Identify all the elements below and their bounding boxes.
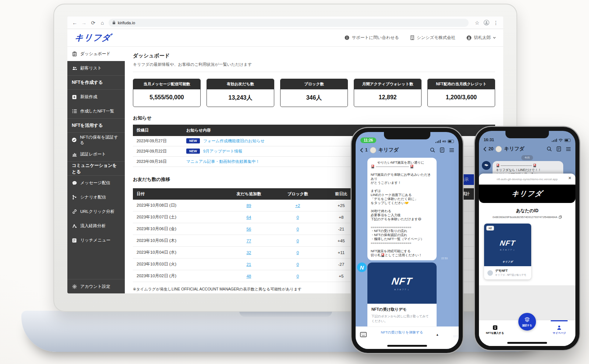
blocks-link[interactable]: 0 bbox=[297, 250, 299, 255]
chevron-left-icon[interactable] bbox=[483, 147, 486, 151]
in-app-browser-sheet: nft-auth-git-develop-synschismo-inc.verc… bbox=[479, 174, 575, 346]
people-icon bbox=[72, 66, 77, 70]
user-menu[interactable]: 切札太郎 bbox=[466, 35, 496, 40]
sidebar-item-new-create[interactable]: 新規作成 bbox=[67, 90, 125, 104]
phone-line-chat: 11:26 4G 1 キリフダ やりたいNFT施策を思い通りに 🎴 ------… bbox=[352, 128, 463, 353]
sidebar-item-url-click[interactable]: URLクリック分析 bbox=[67, 204, 125, 219]
hamburger-icon[interactable] bbox=[566, 147, 571, 151]
chat-avatar bbox=[495, 146, 502, 152]
signal-icon bbox=[435, 140, 441, 143]
sidebar-item-account-settings[interactable]: アカウント設定 bbox=[67, 279, 125, 293]
owned-nft-card[interactable]: ×2 NFT エヌエフティ キリフダ デモNFTキリフダ - NFT受け取りデモ bbox=[484, 224, 531, 279]
blocks-link[interactable]: 0 bbox=[297, 262, 299, 267]
adds-link[interactable]: 56 bbox=[246, 227, 251, 231]
nft-title: デモNFT bbox=[495, 269, 526, 273]
home-indicator[interactable] bbox=[356, 343, 459, 349]
kirifuda-logo[interactable]: キリフダ bbox=[74, 32, 112, 43]
adds-link[interactable]: 89 bbox=[246, 203, 251, 208]
list-icon bbox=[72, 109, 77, 113]
chat-bubble-icon bbox=[72, 181, 77, 185]
blocks-link[interactable]: 0 bbox=[297, 274, 299, 278]
profile-icon[interactable] bbox=[484, 20, 489, 25]
building-icon bbox=[410, 35, 415, 40]
adds-link[interactable]: 64 bbox=[246, 215, 251, 220]
announcement-link[interactable]: フォーム作成機能復旧のお知らせ bbox=[203, 139, 265, 143]
announcement-link[interactable]: マニュアル記事・動画制作依頼募集中！ bbox=[186, 159, 260, 164]
blocks-link[interactable]: 0 bbox=[297, 215, 299, 220]
stat-card-messages: 当月メッセージ配信可能数5,555/50,000 bbox=[133, 79, 201, 107]
lock-icon bbox=[112, 21, 116, 25]
active-tab-indicator bbox=[551, 320, 568, 321]
sender-avatar: N bbox=[357, 263, 367, 272]
search-icon[interactable] bbox=[547, 146, 552, 151]
sidebar-item-verify-nft[interactable]: NFTの保有を認証する bbox=[67, 133, 125, 147]
browser-toolbar: ← → ⟳ ⌂ kirifuda.io ☆ ⋮ bbox=[67, 17, 503, 29]
chat-message: やりたいNFT施策を思い通りに 🎴 ----------------------… bbox=[367, 158, 437, 260]
status-time: 16:31 bbox=[484, 138, 494, 142]
sidebar-item-scenario[interactable]: シナリオ配信 bbox=[67, 190, 125, 204]
search-icon[interactable] bbox=[430, 147, 435, 153]
stat-cards: 当月メッセージ配信可能数5,555/50,000 有効お友だち数13,243人 … bbox=[133, 79, 495, 107]
wifi-icon bbox=[558, 139, 563, 142]
tab-mypage[interactable]: マイページ bbox=[543, 320, 575, 340]
new-badge: NEW bbox=[186, 138, 200, 143]
sidebar-section-create-nft: NFTを作成する bbox=[67, 75, 125, 90]
sidebar-item-inflow[interactable]: 流入経路分析 bbox=[67, 219, 125, 233]
gear-icon bbox=[72, 284, 77, 289]
sidebar-item-message[interactable]: メッセージ配信 bbox=[67, 176, 125, 190]
sidebar-item-auth-report[interactable]: 認証レポート bbox=[67, 147, 125, 161]
tab-authenticate[interactable]: 認証する bbox=[511, 320, 543, 340]
message-time: 22:53 bbox=[441, 257, 448, 260]
chat-avatar bbox=[370, 147, 376, 153]
chevron-left-icon[interactable] bbox=[360, 148, 363, 153]
network-label: 4G bbox=[442, 140, 446, 143]
company-menu[interactable]: シンシズモ株式会社 bbox=[410, 35, 455, 40]
reload-icon[interactable]: ⟳ bbox=[90, 20, 96, 26]
adds-link[interactable]: 77 bbox=[246, 239, 251, 243]
adds-link[interactable]: 32 bbox=[246, 250, 251, 255]
your-id-heading: あなたのID bbox=[479, 208, 575, 214]
sidebar-item-dashboard[interactable]: ダッシュボード bbox=[67, 47, 125, 61]
blocks-link[interactable]: 0 bbox=[297, 239, 299, 243]
stat-card-blocks: ブロック数346人 bbox=[280, 79, 348, 107]
plus-square-icon bbox=[72, 95, 77, 99]
hamburger-icon[interactable] bbox=[449, 148, 454, 152]
laptop-base bbox=[21, 311, 550, 352]
blocks-link[interactable]: 0 bbox=[297, 227, 299, 231]
home-indicator[interactable] bbox=[479, 340, 575, 346]
phone-nft-mypage: 16:31 20 キリフダ 今日 🎴 ---------------------… bbox=[475, 127, 579, 350]
back-icon[interactable]: ← bbox=[72, 20, 78, 26]
adds-link[interactable]: 48 bbox=[246, 274, 251, 278]
sidebar-item-customers[interactable]: 顧客リスト bbox=[67, 61, 125, 75]
home-icon[interactable]: ⌂ bbox=[99, 20, 105, 26]
sidebar-item-nft-list[interactable]: 作成したNFT一覧 bbox=[67, 104, 125, 118]
new-badge: NEW bbox=[186, 149, 200, 154]
chat-area: やりたいNFT施策を思い通りに 🎴 ----------------------… bbox=[356, 156, 459, 326]
tab-buy-nft[interactable]: NFTを購入する bbox=[479, 320, 511, 340]
card-title: NFTの受け取りデモ bbox=[371, 307, 433, 312]
page-title: ダッシュボード bbox=[133, 53, 495, 59]
info-icon bbox=[345, 35, 349, 40]
copy-icon[interactable] bbox=[559, 215, 562, 219]
fingerprint-button[interactable]: 認証する bbox=[518, 313, 536, 331]
bookmark-star-icon[interactable]: ☆ bbox=[474, 20, 480, 26]
card-message-time: 22:53 bbox=[453, 335, 459, 338]
note-icon[interactable] bbox=[557, 146, 561, 151]
browser-menu-icon[interactable]: ⋮ bbox=[493, 20, 499, 26]
stat-card-wallets: 月間アクティブウォレット数12,892 bbox=[354, 79, 422, 107]
signal-icon bbox=[552, 139, 557, 142]
forward-icon[interactable]: → bbox=[81, 20, 87, 26]
adds-link[interactable]: 21 bbox=[246, 262, 251, 267]
sender-avatar bbox=[482, 161, 491, 170]
quantity-badge: ×2 bbox=[487, 226, 494, 230]
blocks-link[interactable]: +2 bbox=[295, 203, 300, 208]
support-link[interactable]: サポートに問い合わせる bbox=[345, 35, 399, 40]
close-icon[interactable]: × bbox=[568, 175, 571, 181]
announcement-link[interactable]: 9月アップデート情報 bbox=[203, 149, 242, 153]
app-header: キリフダ サポートに問い合わせる シンシズモ株式会社 切札太郎 bbox=[67, 29, 503, 47]
note-icon[interactable] bbox=[440, 147, 444, 153]
receive-nft-button[interactable]: NFTの受け取りを体験する bbox=[367, 326, 437, 338]
sidebar-item-rich-menu[interactable]: リッチメニュー bbox=[67, 233, 125, 247]
address-bar[interactable]: kirifuda.io bbox=[109, 19, 469, 27]
announcements-heading: お知らせ bbox=[133, 115, 495, 121]
